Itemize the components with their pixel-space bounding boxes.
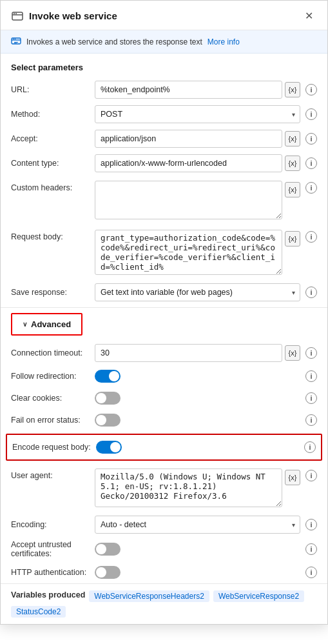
- user-agent-label: User agent:: [11, 468, 95, 480]
- connection-timeout-control: {x} i: [95, 344, 317, 362]
- content-type-var-button[interactable]: {x}: [285, 156, 300, 171]
- encode-request-body-row: Encode request body: i: [12, 436, 316, 458]
- request-body-info-button[interactable]: i: [305, 231, 317, 243]
- fail-on-error-status-toggle[interactable]: [95, 414, 121, 427]
- accept-untrusted-certificates-slider: [95, 543, 121, 556]
- encode-request-body-toggle[interactable]: [96, 441, 122, 454]
- http-authentication-label: HTTP authentication:: [11, 568, 95, 577]
- fail-on-error-status-info-button[interactable]: i: [305, 414, 317, 426]
- custom-headers-var-button[interactable]: {x}: [285, 182, 300, 197]
- content-type-info-button[interactable]: i: [305, 157, 317, 169]
- encoding-select-wrap: Auto - detect ▾: [95, 516, 300, 534]
- close-button[interactable]: ✕: [301, 8, 317, 23]
- encode-request-body-highlight: Encode request body: i: [6, 434, 322, 461]
- clear-cookies-info-button[interactable]: i: [305, 392, 317, 404]
- variables-produced-section: Variables produced WebServiceResponseHea…: [1, 583, 327, 624]
- variable-tag-0[interactable]: WebServiceResponseHeaders2: [89, 590, 209, 602]
- svg-point-4: [13, 39, 14, 40]
- fail-on-error-status-control: i: [95, 414, 317, 427]
- accept-untrusted-certificates-toggle[interactable]: [95, 543, 121, 556]
- request-body-label: Request body:: [11, 230, 95, 241]
- accept-untrusted-certificates-label: Accept untrusted certificates:: [11, 540, 95, 558]
- svg-point-5: [15, 39, 16, 40]
- advanced-label: Advanced: [31, 319, 71, 329]
- user-agent-var-button[interactable]: {x}: [285, 470, 300, 485]
- invoke-web-service-dialog: Invoke web service ✕ Invokes a web servi…: [0, 0, 328, 625]
- url-label: URL:: [11, 85, 95, 94]
- request-body-input[interactable]: grant_type=authorization_code&code=%code…: [95, 230, 282, 275]
- save-response-label: Save response:: [11, 288, 95, 297]
- user-agent-input[interactable]: Mozilla/5.0 (Windows U; Windows NT 5.1; …: [95, 468, 282, 507]
- request-body-var-button[interactable]: {x}: [285, 231, 300, 247]
- custom-headers-input[interactable]: [95, 181, 282, 219]
- custom-headers-row: Custom headers: {x} i: [1, 176, 327, 225]
- accept-label: Accept:: [11, 134, 95, 143]
- encode-request-body-label: Encode request body:: [12, 443, 96, 452]
- method-label: Method:: [11, 110, 95, 119]
- variable-tag-1[interactable]: WebServiceResponse2: [213, 590, 304, 602]
- variables-produced-label: Variables produced: [11, 590, 85, 599]
- save-response-info-button[interactable]: i: [305, 287, 317, 298]
- advanced-section: ∨ Advanced Connection timeout: {x} i Fol…: [1, 307, 327, 583]
- custom-headers-control: {x} i: [95, 181, 317, 219]
- method-info-button[interactable]: i: [305, 108, 317, 120]
- content-type-control: {x} i: [95, 154, 317, 172]
- url-var-button[interactable]: {x}: [285, 82, 300, 97]
- connection-timeout-input[interactable]: [95, 344, 282, 362]
- dialog-header: Invoke web service ✕: [1, 1, 327, 30]
- method-select[interactable]: POST GET PUT DELETE: [95, 105, 300, 123]
- follow-redirection-label: Follow redirection:: [11, 372, 95, 381]
- encode-request-body-info-button[interactable]: i: [304, 441, 316, 453]
- clear-cookies-toggle[interactable]: [95, 392, 121, 405]
- more-info-link[interactable]: More info: [207, 37, 240, 46]
- encode-request-body-control: i: [96, 441, 316, 454]
- follow-redirection-toggle[interactable]: [95, 370, 121, 383]
- request-body-row: Request body: grant_type=authorization_c…: [1, 225, 327, 280]
- url-input[interactable]: [95, 81, 282, 99]
- follow-redirection-info-button[interactable]: i: [305, 370, 317, 382]
- save-response-control: Get text into variable (for web pages) ▾…: [95, 283, 317, 301]
- method-control: POST GET PUT DELETE ▾ i: [95, 105, 317, 123]
- url-info-button[interactable]: i: [305, 84, 317, 96]
- encoding-row: Encoding: Auto - detect ▾ i: [1, 512, 327, 537]
- select-parameters-label: Select parameters: [1, 54, 327, 77]
- request-body-control: grant_type=authorization_code&code=%code…: [95, 230, 317, 275]
- save-response-select[interactable]: Get text into variable (for web pages): [95, 283, 300, 301]
- method-select-wrap: POST GET PUT DELETE ▾: [95, 105, 300, 123]
- clear-cookies-row: Clear cookies: i: [1, 387, 327, 409]
- connection-timeout-info-button[interactable]: i: [305, 347, 317, 359]
- connection-timeout-var-button[interactable]: {x}: [285, 345, 300, 361]
- fail-on-error-status-label: Fail on error status:: [11, 416, 95, 425]
- svg-point-1: [14, 13, 15, 14]
- clear-cookies-label: Clear cookies:: [11, 394, 95, 403]
- url-row: URL: {x} i: [1, 77, 327, 102]
- variable-tag-2[interactable]: StatusCode2: [11, 606, 66, 618]
- custom-headers-info-button[interactable]: i: [305, 182, 317, 194]
- accept-untrusted-certificates-info-button[interactable]: i: [305, 543, 317, 555]
- advanced-header-wrap: ∨ Advanced: [1, 308, 327, 341]
- accept-untrusted-certificates-row: Accept untrusted certificates: i: [1, 537, 327, 561]
- encoding-info-button[interactable]: i: [305, 519, 317, 530]
- accept-info-button[interactable]: i: [305, 133, 317, 145]
- advanced-toggle[interactable]: ∨ Advanced: [11, 313, 82, 336]
- fail-on-error-status-slider: [95, 414, 121, 427]
- web-service-icon: [11, 10, 24, 23]
- content-type-input[interactable]: [95, 154, 282, 172]
- user-agent-info-button[interactable]: i: [305, 470, 317, 481]
- encoding-select[interactable]: Auto - detect: [95, 516, 300, 534]
- fail-on-error-status-row: Fail on error status: i: [1, 409, 327, 431]
- follow-redirection-slider: [95, 370, 121, 383]
- svg-point-2: [15, 13, 17, 14]
- dialog-header-left: Invoke web service: [11, 10, 117, 23]
- http-authentication-toggle[interactable]: [95, 566, 121, 579]
- http-authentication-info-button[interactable]: i: [305, 567, 317, 578]
- dialog-title: Invoke web service: [29, 10, 117, 21]
- user-agent-control: Mozilla/5.0 (Windows U; Windows NT 5.1; …: [95, 468, 317, 507]
- banner-text: Invokes a web service and stores the res…: [26, 37, 202, 46]
- accept-input[interactable]: [95, 130, 282, 148]
- encode-request-body-highlight-wrap: Encode request body: i: [1, 432, 327, 462]
- url-control: {x} i: [95, 81, 317, 99]
- accept-var-button[interactable]: {x}: [285, 131, 300, 146]
- advanced-chevron-icon: ∨: [23, 321, 27, 328]
- follow-redirection-control: i: [95, 370, 317, 383]
